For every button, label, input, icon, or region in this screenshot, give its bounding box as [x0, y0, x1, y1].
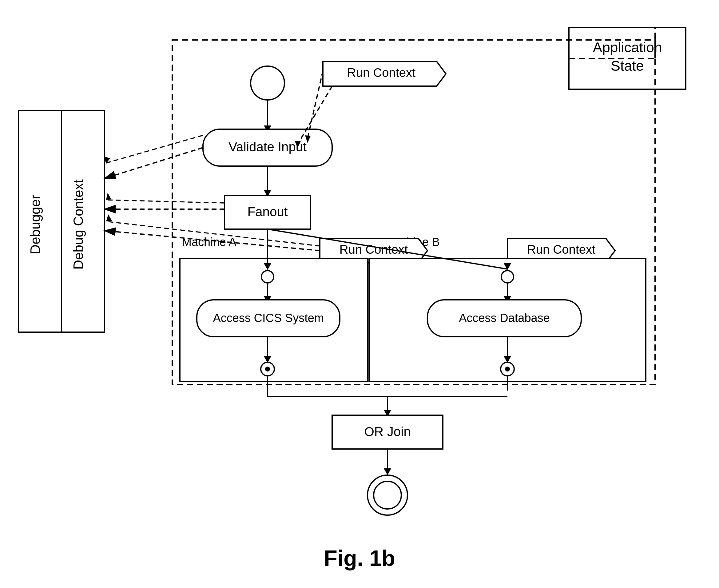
validate-input-label: Validate Input [229, 140, 306, 154]
svg-line-25 [105, 148, 203, 178]
run-context-3-label: Run Context [527, 243, 595, 256]
access-cics-label: Access CICS System [213, 312, 324, 324]
diagram-container: Debugger Debug Context Application State… [0, 0, 719, 588]
run-context-2-label: Run Context [339, 243, 408, 256]
fig-label: Fig. 1b [324, 546, 395, 570]
debugger-label: Debugger [28, 195, 43, 254]
svg-point-24 [374, 481, 401, 509]
access-database-label: Access Database [459, 312, 550, 324]
machine-a-start [261, 271, 274, 283]
svg-point-11 [265, 366, 270, 372]
svg-marker-40 [106, 193, 111, 200]
application-state-label: Application [593, 39, 662, 55]
svg-line-37 [106, 135, 203, 163]
run-context-1-label: Run Context [347, 66, 416, 79]
or-join-label: OR Join [364, 424, 411, 439]
start-node [251, 66, 284, 100]
svg-marker-23 [384, 468, 391, 475]
svg-marker-42 [106, 214, 112, 222]
application-state-label2: State [611, 58, 644, 74]
debug-context-label: Debug Context [71, 179, 86, 270]
svg-line-39 [106, 200, 225, 203]
machine-b-start [501, 271, 513, 283]
fanout-label: Fanout [248, 205, 288, 219]
svg-point-16 [505, 366, 510, 372]
svg-line-28 [308, 71, 323, 139]
